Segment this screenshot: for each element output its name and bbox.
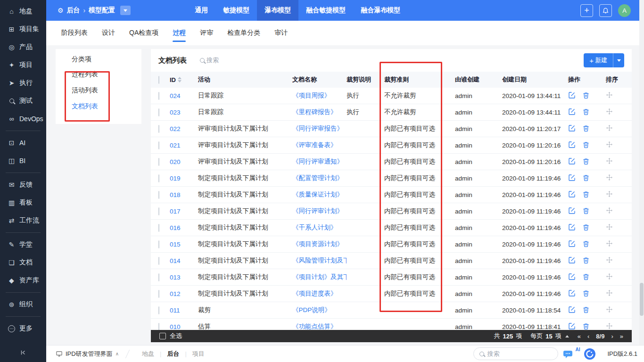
subnav-tab-4[interactable]: 评审 xyxy=(200,21,213,45)
sidebar-item-feedback[interactable]: ✉反馈 xyxy=(0,176,46,194)
drag-sort-handle[interactable] xyxy=(606,190,613,197)
row-checkbox[interactable] xyxy=(158,141,159,149)
sidebar-item-more[interactable]: ⋯更多 xyxy=(0,320,46,337)
sidebar-item-bi[interactable]: ◫BI xyxy=(0,152,46,170)
drag-sort-handle[interactable] xyxy=(606,223,613,230)
category-item[interactable]: 文档列表 xyxy=(56,99,141,115)
delete-button[interactable] xyxy=(582,157,590,165)
edit-button[interactable] xyxy=(568,289,576,297)
delete-button[interactable] xyxy=(582,108,590,115)
row-doc-link[interactable]: 《同行评审通知》 xyxy=(292,157,347,166)
sidebar-item-test[interactable]: 测试 xyxy=(0,92,46,110)
row-checkbox[interactable] xyxy=(158,125,159,133)
drag-sort-handle[interactable] xyxy=(606,273,613,280)
edit-button[interactable] xyxy=(568,124,576,132)
row-id-link[interactable]: 019 xyxy=(170,175,198,182)
drag-sort-handle[interactable] xyxy=(606,289,613,296)
delete-button[interactable] xyxy=(582,273,590,280)
sidebar-collapse-button[interactable] xyxy=(0,347,46,358)
sidebar-item-execution[interactable]: ➤执行 xyxy=(0,74,46,92)
drag-sort-handle[interactable] xyxy=(606,157,613,165)
row-checkbox[interactable] xyxy=(158,257,159,265)
first-page-button[interactable]: « xyxy=(576,333,583,340)
sidebar-item-workflow[interactable]: ⇄工作流 xyxy=(0,212,46,230)
sidebar-item-project-set[interactable]: ⊞项目集 xyxy=(0,20,46,38)
next-page-button[interactable]: › xyxy=(609,333,615,340)
drag-sort-handle[interactable] xyxy=(606,141,613,148)
drag-sort-handle[interactable] xyxy=(606,207,613,214)
row-checkbox[interactable] xyxy=(158,323,159,331)
topbar-tab-4[interactable]: 融合瀑布模型 xyxy=(353,0,408,21)
row-doc-link[interactable]: 《风险管理计划及下 xyxy=(292,256,347,265)
breadcrumb-root[interactable]: 后台 xyxy=(67,6,80,15)
sidebar-item-org[interactable]: ⊚组织 xyxy=(0,296,46,313)
edit-button[interactable] xyxy=(568,190,576,198)
edit-button[interactable] xyxy=(568,141,576,148)
edit-button[interactable] xyxy=(568,174,576,181)
add-button[interactable]: + xyxy=(580,4,593,17)
edit-button[interactable] xyxy=(568,322,576,330)
footer-nav-houtai[interactable]: 后台 xyxy=(161,350,185,358)
row-doc-link[interactable]: 《PDP说明》 xyxy=(292,306,347,314)
row-doc-link[interactable]: 《同行评审报告》 xyxy=(292,124,347,133)
select-all-checkbox[interactable] xyxy=(159,333,166,339)
scrollbar-thumb[interactable] xyxy=(640,283,644,316)
footer-app-title[interactable]: IPD研发管理界面 xyxy=(66,350,113,358)
row-doc-link[interactable]: 《评审准备表》 xyxy=(292,141,347,149)
subnav-tab-6[interactable]: 审计 xyxy=(274,21,288,45)
delete-button[interactable] xyxy=(582,256,590,264)
subnav-tab-3[interactable]: 过程 xyxy=(173,21,186,45)
delete-button[interactable] xyxy=(582,306,590,313)
row-id-link[interactable]: 020 xyxy=(170,158,198,165)
breadcrumb[interactable]: ⚙ 后台 › 模型配置 xyxy=(46,6,131,15)
topbar-tab-3[interactable]: 融合敏捷模型 xyxy=(298,0,353,21)
delete-button[interactable] xyxy=(582,223,590,231)
row-id-link[interactable]: 014 xyxy=(170,257,198,264)
last-page-button[interactable]: » xyxy=(618,333,625,340)
row-checkbox[interactable] xyxy=(158,306,159,314)
per-page-caret-icon[interactable] xyxy=(565,335,569,337)
delete-button[interactable] xyxy=(582,190,590,198)
row-id-link[interactable]: 022 xyxy=(170,125,198,132)
table-search-label[interactable]: 搜索 xyxy=(206,56,219,65)
delete-button[interactable] xyxy=(582,174,590,181)
drag-sort-handle[interactable] xyxy=(606,256,613,263)
row-id-link[interactable]: 021 xyxy=(170,142,198,149)
row-checkbox[interactable] xyxy=(158,108,159,116)
topbar-tab-1[interactable]: 敏捷模型 xyxy=(215,0,257,21)
sidebar-item-ai[interactable]: ⊡AI xyxy=(0,134,46,152)
row-id-link[interactable]: 015 xyxy=(170,241,198,248)
row-checkbox[interactable] xyxy=(158,273,159,281)
new-button-main[interactable]: +新建 xyxy=(584,53,613,67)
row-id-link[interactable]: 010 xyxy=(170,323,198,330)
sidebar-item-school[interactable]: ✎学堂 xyxy=(0,236,46,254)
select-all-label[interactable]: 全选 xyxy=(170,332,182,340)
edit-button[interactable] xyxy=(568,273,576,280)
row-id-link[interactable]: 013 xyxy=(170,274,198,281)
topbar-tab-2[interactable]: 瀑布模型 xyxy=(257,0,298,21)
delete-button[interactable] xyxy=(582,207,590,214)
row-doc-link[interactable]: 《项目计划》及其下 xyxy=(292,273,347,281)
drag-sort-handle[interactable] xyxy=(606,174,613,181)
avatar[interactable]: A xyxy=(618,4,631,17)
breadcrumb-dropdown[interactable] xyxy=(120,6,131,15)
row-checkbox[interactable] xyxy=(158,191,159,199)
prev-page-button[interactable]: ‹ xyxy=(586,333,591,340)
row-doc-link[interactable]: 《同行评审计划》 xyxy=(292,207,347,215)
per-page-count[interactable]: 15 xyxy=(545,333,552,340)
breadcrumb-current[interactable]: 模型配置 xyxy=(89,6,115,15)
sidebar-item-doc[interactable]: ❏文档 xyxy=(0,254,46,272)
subnav-tab-1[interactable]: 设计 xyxy=(102,21,115,45)
row-id-link[interactable]: 012 xyxy=(170,290,198,297)
drag-sort-handle[interactable] xyxy=(606,240,613,247)
row-id-link[interactable]: 023 xyxy=(170,109,198,116)
edit-button[interactable] xyxy=(568,223,576,231)
new-button-dropdown[interactable] xyxy=(613,53,624,67)
subnav-tab-5[interactable]: 检查单分类 xyxy=(227,21,260,45)
sidebar-item-assets[interactable]: ◆资产库 xyxy=(0,272,46,289)
sidebar-item-project[interactable]: ✦项目 xyxy=(0,56,46,74)
footer-app-switcher[interactable]: IPD研发管理界面 ∧ xyxy=(56,350,119,358)
row-doc-link[interactable]: 《项目资源计划》 xyxy=(292,240,347,248)
footer-nav-xiangmu[interactable]: 项目 xyxy=(187,350,210,358)
drag-sort-handle[interactable] xyxy=(606,124,613,132)
